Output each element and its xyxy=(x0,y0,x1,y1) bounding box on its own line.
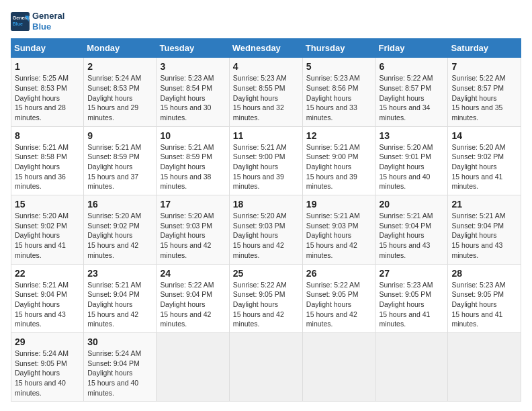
calendar-cell: 3 Sunrise: 5:23 AM Sunset: 8:54 PM Dayli… xyxy=(157,58,229,126)
day-number: 20 xyxy=(379,199,444,210)
calendar-cell: 13 Sunrise: 5:20 AM Sunset: 9:01 PM Dayl… xyxy=(375,126,448,195)
calendar-week-1: 1 Sunrise: 5:25 AM Sunset: 8:53 PM Dayli… xyxy=(11,58,521,126)
day-number: 5 xyxy=(306,61,372,72)
day-info: Sunrise: 5:23 AM Sunset: 8:55 PM Dayligh… xyxy=(233,73,299,122)
day-number: 15 xyxy=(15,199,80,210)
day-info: Sunrise: 5:21 AM Sunset: 9:03 PM Dayligh… xyxy=(306,211,372,260)
calendar-week-3: 15 Sunrise: 5:20 AM Sunset: 9:02 PM Dayl… xyxy=(11,195,521,264)
calendar-cell: 14 Sunrise: 5:20 AM Sunset: 9:02 PM Dayl… xyxy=(448,126,521,195)
day-number: 30 xyxy=(87,336,152,347)
day-number: 25 xyxy=(233,268,299,279)
calendar-cell: 6 Sunrise: 5:22 AM Sunset: 8:57 PM Dayli… xyxy=(375,58,448,126)
weekday-header-friday: Friday xyxy=(375,39,448,58)
calendar-cell: 2 Sunrise: 5:24 AM Sunset: 8:53 PM Dayli… xyxy=(84,58,157,126)
day-info: Sunrise: 5:22 AM Sunset: 9:05 PM Dayligh… xyxy=(306,280,372,329)
calendar-header: SundayMondayTuesdayWednesdayThursdayFrid… xyxy=(11,39,521,58)
calendar-cell: 20 Sunrise: 5:21 AM Sunset: 9:04 PM Dayl… xyxy=(375,195,448,264)
day-info: Sunrise: 5:23 AM Sunset: 9:05 PM Dayligh… xyxy=(379,280,444,329)
day-number: 11 xyxy=(233,130,299,141)
calendar-week-4: 22 Sunrise: 5:21 AM Sunset: 9:04 PM Dayl… xyxy=(11,264,521,332)
calendar-cell: 23 Sunrise: 5:21 AM Sunset: 9:04 PM Dayl… xyxy=(84,264,157,332)
calendar-cell xyxy=(157,332,229,401)
day-info: Sunrise: 5:20 AM Sunset: 9:03 PM Dayligh… xyxy=(233,211,299,260)
calendar-cell: 17 Sunrise: 5:20 AM Sunset: 9:03 PM Dayl… xyxy=(157,195,229,264)
day-number: 22 xyxy=(15,268,80,279)
day-info: Sunrise: 5:21 AM Sunset: 8:59 PM Dayligh… xyxy=(87,142,152,191)
day-number: 13 xyxy=(379,130,444,141)
calendar-cell: 24 Sunrise: 5:22 AM Sunset: 9:04 PM Dayl… xyxy=(157,264,229,332)
day-info: Sunrise: 5:20 AM Sunset: 9:02 PM Dayligh… xyxy=(15,211,80,260)
day-info: Sunrise: 5:24 AM Sunset: 9:05 PM Dayligh… xyxy=(15,349,80,398)
day-number: 27 xyxy=(379,268,444,279)
calendar-cell: 26 Sunrise: 5:22 AM Sunset: 9:05 PM Dayl… xyxy=(302,264,375,332)
calendar-cell: 18 Sunrise: 5:20 AM Sunset: 9:03 PM Dayl… xyxy=(229,195,302,264)
day-info: Sunrise: 5:21 AM Sunset: 9:04 PM Dayligh… xyxy=(87,280,152,329)
calendar-cell: 10 Sunrise: 5:21 AM Sunset: 8:59 PM Dayl… xyxy=(157,126,229,195)
day-info: Sunrise: 5:23 AM Sunset: 8:56 PM Dayligh… xyxy=(306,73,372,122)
day-number: 10 xyxy=(160,130,225,141)
weekday-header-saturday: Saturday xyxy=(448,39,521,58)
day-number: 24 xyxy=(160,268,225,279)
day-info: Sunrise: 5:20 AM Sunset: 9:01 PM Dayligh… xyxy=(379,142,444,191)
day-info: Sunrise: 5:22 AM Sunset: 9:05 PM Dayligh… xyxy=(233,280,299,329)
calendar-cell: 22 Sunrise: 5:21 AM Sunset: 9:04 PM Dayl… xyxy=(11,264,84,332)
day-info: Sunrise: 5:22 AM Sunset: 9:04 PM Dayligh… xyxy=(160,280,225,329)
logo-icon: General Blue xyxy=(11,12,30,31)
day-info: Sunrise: 5:21 AM Sunset: 8:58 PM Dayligh… xyxy=(15,142,80,191)
day-info: Sunrise: 5:21 AM Sunset: 9:00 PM Dayligh… xyxy=(306,142,372,191)
calendar-cell: 7 Sunrise: 5:22 AM Sunset: 8:57 PM Dayli… xyxy=(448,58,521,126)
day-info: Sunrise: 5:23 AM Sunset: 8:54 PM Dayligh… xyxy=(160,73,225,122)
day-number: 18 xyxy=(233,199,299,210)
day-number: 29 xyxy=(15,336,80,347)
calendar-cell: 5 Sunrise: 5:23 AM Sunset: 8:56 PM Dayli… xyxy=(302,58,375,126)
day-number: 17 xyxy=(160,199,225,210)
day-info: Sunrise: 5:24 AM Sunset: 9:04 PM Dayligh… xyxy=(87,349,152,398)
calendar-cell: 27 Sunrise: 5:23 AM Sunset: 9:05 PM Dayl… xyxy=(375,264,448,332)
calendar-cell xyxy=(375,332,448,401)
day-number: 2 xyxy=(87,61,152,72)
calendar-cell: 30 Sunrise: 5:24 AM Sunset: 9:04 PM Dayl… xyxy=(84,332,157,401)
day-number: 28 xyxy=(451,268,517,279)
calendar-cell: 11 Sunrise: 5:21 AM Sunset: 9:00 PM Dayl… xyxy=(229,126,302,195)
logo-text: General Blue xyxy=(32,11,64,32)
calendar-cell: 9 Sunrise: 5:21 AM Sunset: 8:59 PM Dayli… xyxy=(84,126,157,195)
weekday-header-thursday: Thursday xyxy=(302,39,375,58)
calendar-cell: 16 Sunrise: 5:20 AM Sunset: 9:02 PM Dayl… xyxy=(84,195,157,264)
calendar-cell: 25 Sunrise: 5:22 AM Sunset: 9:05 PM Dayl… xyxy=(229,264,302,332)
weekday-header-sunday: Sunday xyxy=(11,39,84,58)
calendar-cell: 4 Sunrise: 5:23 AM Sunset: 8:55 PM Dayli… xyxy=(229,58,302,126)
day-number: 6 xyxy=(379,61,444,72)
day-info: Sunrise: 5:20 AM Sunset: 9:02 PM Dayligh… xyxy=(451,142,517,191)
calendar-cell xyxy=(448,332,521,401)
calendar-cell xyxy=(302,332,375,401)
calendar-table: SundayMondayTuesdayWednesdayThursdayFrid… xyxy=(11,38,521,402)
day-info: Sunrise: 5:21 AM Sunset: 9:00 PM Dayligh… xyxy=(233,142,299,191)
day-info: Sunrise: 5:20 AM Sunset: 9:03 PM Dayligh… xyxy=(160,211,225,260)
calendar-cell: 28 Sunrise: 5:23 AM Sunset: 9:05 PM Dayl… xyxy=(448,264,521,332)
day-info: Sunrise: 5:20 AM Sunset: 9:02 PM Dayligh… xyxy=(87,211,152,260)
calendar-cell xyxy=(229,332,302,401)
day-info: Sunrise: 5:21 AM Sunset: 9:04 PM Dayligh… xyxy=(15,280,80,329)
day-number: 9 xyxy=(87,130,152,141)
calendar-cell: 21 Sunrise: 5:21 AM Sunset: 9:04 PM Dayl… xyxy=(448,195,521,264)
day-info: Sunrise: 5:21 AM Sunset: 8:59 PM Dayligh… xyxy=(160,142,225,191)
day-info: Sunrise: 5:21 AM Sunset: 9:04 PM Dayligh… xyxy=(379,211,444,260)
day-number: 14 xyxy=(451,130,517,141)
calendar-cell: 1 Sunrise: 5:25 AM Sunset: 8:53 PM Dayli… xyxy=(11,58,84,126)
weekday-header-monday: Monday xyxy=(84,39,157,58)
calendar-week-2: 8 Sunrise: 5:21 AM Sunset: 8:58 PM Dayli… xyxy=(11,126,521,195)
calendar-cell: 15 Sunrise: 5:20 AM Sunset: 9:02 PM Dayl… xyxy=(11,195,84,264)
weekday-header-wednesday: Wednesday xyxy=(229,39,302,58)
day-number: 16 xyxy=(87,199,152,210)
day-number: 23 xyxy=(87,268,152,279)
day-number: 4 xyxy=(233,61,299,72)
logo: General Blue General Blue xyxy=(11,11,64,32)
day-info: Sunrise: 5:21 AM Sunset: 9:04 PM Dayligh… xyxy=(451,211,517,260)
calendar-cell: 12 Sunrise: 5:21 AM Sunset: 9:00 PM Dayl… xyxy=(302,126,375,195)
day-number: 7 xyxy=(451,61,517,72)
day-number: 3 xyxy=(160,61,225,72)
day-info: Sunrise: 5:23 AM Sunset: 9:05 PM Dayligh… xyxy=(451,280,517,329)
calendar-cell: 19 Sunrise: 5:21 AM Sunset: 9:03 PM Dayl… xyxy=(302,195,375,264)
calendar-cell: 8 Sunrise: 5:21 AM Sunset: 8:58 PM Dayli… xyxy=(11,126,84,195)
calendar-week-5: 29 Sunrise: 5:24 AM Sunset: 9:05 PM Dayl… xyxy=(11,332,521,401)
